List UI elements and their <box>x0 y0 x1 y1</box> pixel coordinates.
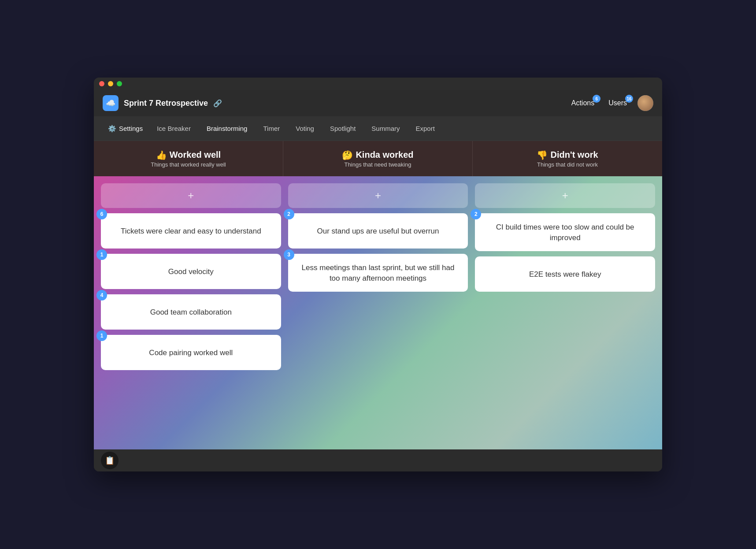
board: + 6 Tickets were clear and easy to under… <box>94 176 662 449</box>
col-subtitle-kinda-worked: Things that need tweaking <box>345 161 411 168</box>
col-header-didnt-work: 👎 Didn't work Things that did not work <box>473 141 662 176</box>
cloud-icon: ☁️ <box>106 98 115 108</box>
app-icon: ☁️ <box>103 95 119 111</box>
header-left: ☁️ Sprint 7 Retrospective 🔗 <box>103 95 222 111</box>
nav-item-timer[interactable]: Timer <box>256 122 287 135</box>
card-text: Good velocity <box>168 267 214 277</box>
card-less-meetings[interactable]: 3 Less meetings than last sprint, but we… <box>288 254 468 292</box>
col-title-worked-well: 👍 Worked well <box>156 150 221 160</box>
nav-item-export[interactable]: Export <box>409 122 442 135</box>
card-text: Less meetings than last sprint, but we s… <box>296 263 460 284</box>
bottom-toolbar: 📋 <box>94 449 662 471</box>
column-headers: 👍 Worked well Things that worked really … <box>94 141 662 176</box>
thumbs-up-icon: 👍 <box>156 150 167 160</box>
settings-label: Settings <box>119 125 143 132</box>
card-text: E2E tests were flakey <box>529 269 601 280</box>
col-header-kinda-worked: 🤔 Kinda worked Things that need tweaking <box>283 141 473 176</box>
vote-badge: 1 <box>96 330 107 341</box>
link-icon[interactable]: 🔗 <box>213 99 222 108</box>
card-code-pairing[interactable]: 1 Code pairing worked well <box>101 335 281 370</box>
minimize-button[interactable] <box>108 81 113 86</box>
thinking-icon: 🤔 <box>342 150 353 160</box>
nav-item-ice-breaker[interactable]: Ice Breaker <box>150 122 198 135</box>
users-badge: 16 <box>625 95 633 103</box>
col-subtitle-didnt-work: Things that did not work <box>537 161 598 168</box>
card-e2e-tests[interactable]: E2E tests were flakey <box>475 256 655 292</box>
column-worked-well: + 6 Tickets were clear and easy to under… <box>101 183 281 442</box>
actions-button[interactable]: Actions 6 <box>568 97 598 109</box>
column-kinda-worked: + 2 Our stand ups are useful but overrun… <box>288 183 468 442</box>
add-card-btn-didnt-work[interactable]: + <box>475 183 655 208</box>
thumbs-down-icon: 👎 <box>537 150 548 160</box>
clipboard-icon: 📋 <box>105 456 115 465</box>
vote-badge: 3 <box>284 249 294 260</box>
actions-label: Actions <box>571 99 594 107</box>
settings-nav-item[interactable]: ⚙️ Settings <box>103 122 148 135</box>
card-tickets-clear[interactable]: 6 Tickets were clear and easy to underst… <box>101 213 281 249</box>
column-didnt-work: + 2 CI build times were too slow and cou… <box>475 183 655 442</box>
card-stand-ups[interactable]: 2 Our stand ups are useful but overrun <box>288 213 468 249</box>
card-text: CI build times were too slow and could b… <box>483 222 647 243</box>
close-button[interactable] <box>99 81 104 86</box>
users-button[interactable]: Users 16 <box>605 97 630 109</box>
app-header: ☁️ Sprint 7 Retrospective 🔗 Actions 6 Us… <box>94 90 662 116</box>
card-text: Tickets were clear and easy to understan… <box>121 226 261 237</box>
actions-badge: 6 <box>593 95 600 103</box>
users-label: Users <box>608 99 627 107</box>
vote-badge: 4 <box>96 290 107 300</box>
nav-item-brainstorming[interactable]: Brainstorming <box>200 122 255 135</box>
card-text: Our stand ups are useful but overrun <box>317 226 439 237</box>
vote-badge: 2 <box>471 209 481 219</box>
gear-icon: ⚙️ <box>108 125 116 133</box>
nav-bar: ⚙️ Settings Ice Breaker Brainstorming Ti… <box>94 116 662 141</box>
header-right: Actions 6 Users 16 <box>568 95 653 111</box>
vote-badge: 1 <box>96 249 107 260</box>
nav-item-voting[interactable]: Voting <box>289 122 321 135</box>
col-subtitle-worked-well: Things that worked really well <box>151 161 226 168</box>
vote-badge: 2 <box>284 209 294 219</box>
app-window: ☁️ Sprint 7 Retrospective 🔗 Actions 6 Us… <box>94 78 662 471</box>
add-card-btn-kinda-worked[interactable]: + <box>288 183 468 208</box>
vote-badge: 6 <box>96 209 107 219</box>
col-header-worked-well: 👍 Worked well Things that worked really … <box>94 141 283 176</box>
clipboard-icon-button[interactable]: 📋 <box>101 452 119 469</box>
col-title-kinda-worked: 🤔 Kinda worked <box>342 150 413 160</box>
card-ci-build[interactable]: 2 CI build times were too slow and could… <box>475 213 655 251</box>
card-good-collaboration[interactable]: 4 Good team collaboration <box>101 294 281 330</box>
add-card-btn-worked-well[interactable]: + <box>101 183 281 208</box>
avatar-image <box>637 95 653 111</box>
maximize-button[interactable] <box>117 81 122 86</box>
card-text: Code pairing worked well <box>149 348 233 358</box>
nav-item-spotlight[interactable]: Spotlight <box>323 122 363 135</box>
avatar[interactable] <box>637 95 653 111</box>
col-title-didnt-work: 👎 Didn't work <box>537 150 598 160</box>
card-good-velocity[interactable]: 1 Good velocity <box>101 254 281 289</box>
title-bar <box>94 78 662 90</box>
nav-item-summary[interactable]: Summary <box>364 122 407 135</box>
card-text: Good team collaboration <box>150 307 232 318</box>
app-title: Sprint 7 Retrospective <box>124 99 208 108</box>
